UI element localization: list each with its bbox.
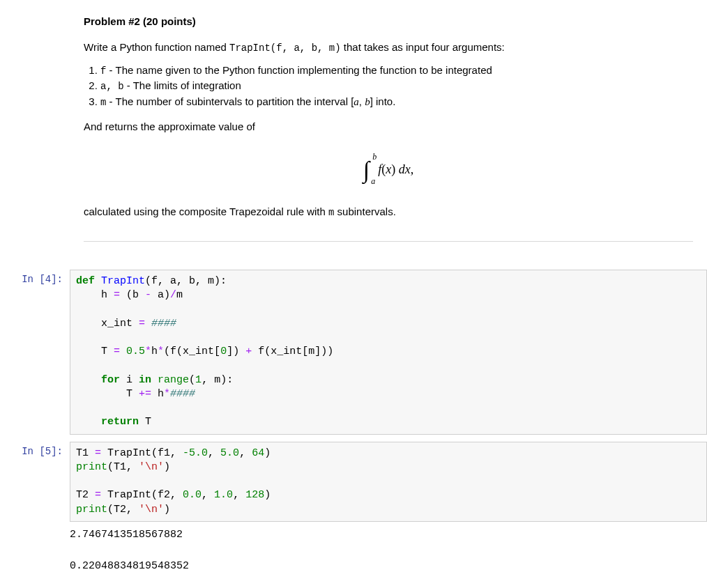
interval-comma: , bbox=[359, 95, 365, 107]
integral-wrap: ∫ b a f(x) dx, bbox=[363, 152, 413, 187]
argument-item: f - The name given to the Python functio… bbox=[100, 63, 693, 79]
tok: , bbox=[239, 447, 252, 459]
tok: a) bbox=[151, 289, 170, 301]
closing-post: subintervals. bbox=[334, 206, 395, 217]
section-divider bbox=[84, 241, 693, 242]
tok: , bbox=[233, 489, 245, 501]
cell-body: def TrapInt(f, a, b, m): h = (b - a)/m x… bbox=[70, 270, 707, 435]
tok-range: range bbox=[158, 374, 189, 386]
arg-text: - The name given to the Python function … bbox=[106, 64, 492, 76]
cell-body: T1 = TrapInt(f1, -5.0, 5.0, 64) print(T1… bbox=[70, 442, 707, 575]
tok: ) bbox=[264, 489, 271, 501]
tok-star: * bbox=[145, 346, 151, 357]
tok-str: '\n' bbox=[139, 461, 164, 473]
tok: i bbox=[120, 374, 139, 386]
tok: TrapInt(f1, bbox=[107, 447, 183, 459]
code-input-area[interactable]: T1 = TrapInt(f1, -5.0, 5.0, 64) print(T1… bbox=[70, 442, 707, 522]
arg-code: a, b bbox=[100, 81, 124, 92]
tok: f(x_int[m])) bbox=[252, 346, 333, 357]
tok: h bbox=[151, 388, 164, 400]
tok-for: for bbox=[101, 374, 120, 386]
tok-num: 0.0 bbox=[183, 489, 202, 501]
tok: , bbox=[208, 447, 220, 459]
argument-item: a, b - The limits of integration bbox=[100, 78, 693, 94]
tok-eq: = bbox=[114, 346, 120, 357]
problem-intro: Write a Python function named TrapInt(f,… bbox=[84, 40, 693, 56]
tok: (T1, bbox=[107, 461, 139, 473]
integral-comma: , bbox=[411, 162, 414, 176]
tok-def: def bbox=[76, 275, 95, 287]
tok-div: / bbox=[170, 289, 176, 301]
tok-return: return bbox=[101, 416, 139, 428]
tok-eq: = bbox=[95, 447, 101, 459]
tok: ) bbox=[164, 504, 170, 516]
tok: ) bbox=[264, 447, 271, 459]
tok: T bbox=[76, 388, 139, 400]
tok-eq: = bbox=[114, 289, 120, 301]
argument-item: m - The number of subintervals to partit… bbox=[100, 94, 693, 110]
tok-pluseq: += bbox=[139, 388, 151, 400]
dx-x: x bbox=[405, 162, 411, 176]
code-cell: In [5]: T1 = TrapInt(f1, -5.0, 5.0, 64) … bbox=[0, 442, 707, 575]
intro-code: TrapInt(f, a, b, m) bbox=[229, 42, 341, 54]
tok: T bbox=[139, 416, 151, 428]
tok-num: 1 bbox=[195, 374, 202, 386]
tok: ( bbox=[189, 374, 195, 386]
interval-var-b: b bbox=[365, 96, 370, 107]
tok: T2 bbox=[76, 489, 95, 501]
tok-num: 64 bbox=[252, 447, 264, 459]
tok-str: '\n' bbox=[139, 504, 164, 516]
tok: h bbox=[151, 346, 158, 357]
tok-print: print bbox=[76, 461, 107, 473]
closing-pre: calculated using the composite Trapezoid… bbox=[84, 206, 328, 217]
tok: ) bbox=[164, 461, 170, 473]
tok-print: print bbox=[76, 504, 107, 516]
intro-text-post: that takes as input four arguments: bbox=[341, 41, 505, 53]
arg-text-post: ] into. bbox=[370, 95, 396, 107]
tok-star: * bbox=[164, 388, 170, 400]
input-prompt: In [4]: bbox=[0, 270, 70, 285]
integral-display: ∫ b a f(x) dx, bbox=[84, 152, 693, 187]
integrand-x: x bbox=[386, 162, 391, 176]
problem-heading: Problem #2 (20 points) bbox=[84, 14, 693, 30]
tok bbox=[101, 489, 107, 501]
dx-d: d bbox=[399, 162, 405, 176]
code-input-area[interactable]: def TrapInt(f, a, b, m): h = (b - a)/m x… bbox=[70, 270, 707, 435]
tok-num: 0 bbox=[220, 346, 227, 357]
tok-star: * bbox=[158, 346, 164, 357]
integrand-close: ) bbox=[391, 162, 399, 176]
tok: , bbox=[202, 489, 214, 501]
tok: TrapInt(f2, bbox=[107, 489, 183, 501]
tok-minus: - bbox=[145, 289, 151, 301]
tok bbox=[145, 318, 151, 330]
tok-eq: = bbox=[139, 318, 145, 330]
tok-in: in bbox=[139, 374, 151, 386]
input-prompt: In [5]: bbox=[0, 442, 70, 457]
tok-sig: (f, a, b, m): bbox=[145, 275, 227, 287]
tok: T bbox=[76, 346, 114, 357]
tok-plus: + bbox=[245, 346, 252, 357]
tok-fname: TrapInt bbox=[101, 275, 145, 287]
integral-lower: a bbox=[371, 175, 375, 187]
code-cell: In [4]: def TrapInt(f, a, b, m): h = (b … bbox=[0, 270, 707, 435]
integral-sign-icon: ∫ b a bbox=[363, 152, 370, 187]
tok: (b bbox=[120, 289, 145, 301]
output-area: 2.7467413518567882 0.22048834819548352 bbox=[70, 522, 707, 575]
integral-upper: b bbox=[372, 150, 377, 163]
tok-num: -5.0 bbox=[183, 447, 208, 459]
tok-num: 5.0 bbox=[220, 447, 239, 459]
tok-num: 1.0 bbox=[214, 489, 233, 501]
tok: ]) bbox=[227, 346, 245, 357]
notebook: Problem #2 (20 points) Write a Python fu… bbox=[0, 0, 707, 588]
tok: m bbox=[176, 289, 183, 301]
tok-eq: = bbox=[95, 489, 101, 501]
tok bbox=[101, 447, 107, 459]
interval-var-a: a bbox=[354, 96, 359, 107]
integrand: f(x) dx, bbox=[378, 160, 413, 179]
tok: T1 bbox=[76, 447, 95, 459]
arg-text: - The limits of integration bbox=[124, 79, 241, 91]
tok: h bbox=[76, 289, 114, 301]
argument-list: f - The name given to the Python functio… bbox=[84, 63, 693, 110]
closing-line: calculated using the composite Trapezoid… bbox=[84, 204, 693, 220]
tok-comment: #### bbox=[170, 388, 195, 400]
